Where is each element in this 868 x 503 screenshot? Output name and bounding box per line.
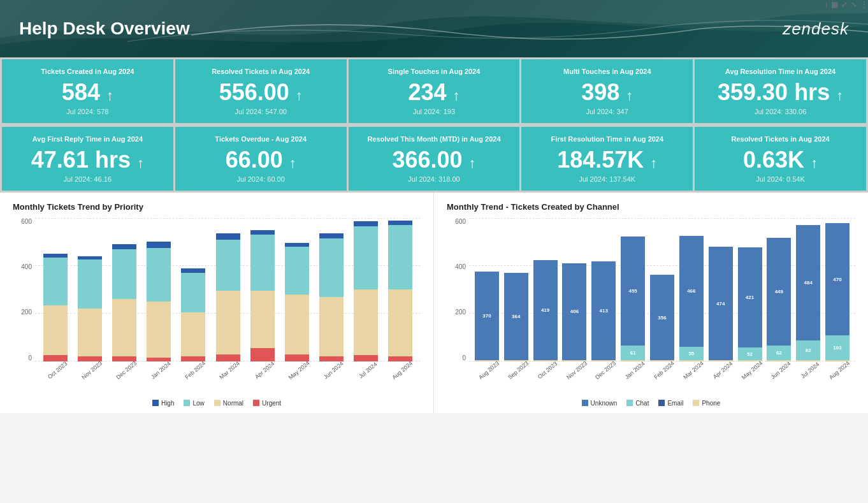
- bar-low[interactable]: [319, 238, 344, 297]
- bar-value-label: 466: [687, 288, 695, 294]
- kpi-prev: Jul 2024: 347: [531, 108, 683, 115]
- legend-item: Low: [184, 400, 204, 407]
- bar-normal[interactable]: [181, 312, 205, 356]
- legend-label: Low: [192, 400, 204, 407]
- legend-color: [184, 400, 190, 406]
- bar-low[interactable]: [147, 248, 171, 302]
- bar-unknown[interactable]: 406: [562, 263, 586, 360]
- bar-unknown[interactable]: 419: [533, 260, 558, 360]
- bar-low[interactable]: [43, 258, 68, 305]
- bar-low[interactable]: [112, 249, 136, 300]
- bar-unknown[interactable]: 449: [767, 238, 791, 345]
- bar-value-label: 364: [512, 314, 520, 319]
- bar-group: [73, 256, 107, 361]
- bar-chat[interactable]: 62: [767, 346, 791, 360]
- bar-high[interactable]: [250, 230, 275, 235]
- bar-normal[interactable]: [147, 302, 171, 358]
- legend-label: Urgent: [262, 400, 281, 407]
- bar-unknown[interactable]: 421: [738, 247, 762, 348]
- y-label: 200: [447, 309, 466, 316]
- legend-color: [693, 400, 699, 406]
- bar-high[interactable]: [112, 244, 136, 249]
- bar-high[interactable]: [181, 268, 205, 273]
- bar-normal[interactable]: [285, 295, 309, 354]
- bar-stack: [43, 254, 68, 361]
- bar-unknown[interactable]: 370: [475, 272, 499, 360]
- bar-chat[interactable]: 61: [621, 346, 645, 360]
- bar-value-label: 406: [570, 309, 579, 314]
- legend-color: [626, 400, 633, 406]
- bar-unknown[interactable]: 470: [825, 223, 850, 335]
- bar-chat[interactable]: 82: [796, 340, 820, 360]
- legend-color: [582, 400, 588, 406]
- bar-urgent[interactable]: [250, 348, 275, 361]
- kpi-card: Resolved Tickets in Aug 2024 556.00 ↑ Ju…: [175, 59, 347, 123]
- bar-stack: 419: [533, 260, 558, 361]
- bar-normal[interactable]: [354, 289, 378, 355]
- bar-unknown[interactable]: 413: [591, 261, 616, 360]
- bar-chat[interactable]: 52: [738, 347, 762, 360]
- bar-stack: [285, 243, 309, 361]
- bar-value-label: 413: [600, 308, 608, 314]
- bar-stack: [250, 230, 275, 361]
- y-label: 600: [447, 218, 466, 225]
- bar-low[interactable]: [388, 225, 412, 289]
- bar-stack: [78, 256, 102, 361]
- zendesk-logo: zendesk: [783, 19, 849, 39]
- bar-normal[interactable]: [388, 289, 412, 356]
- bar-normal[interactable]: [319, 297, 344, 357]
- bar-high[interactable]: [147, 242, 171, 247]
- bar-low[interactable]: [78, 259, 102, 309]
- bar-group: 406: [560, 263, 590, 361]
- kpi-prev: Jul 2024: 330.06: [704, 108, 857, 115]
- bar-normal[interactable]: [250, 291, 275, 348]
- bar-normal[interactable]: [216, 291, 240, 354]
- kpi-value: 184.57K ↑: [531, 147, 683, 173]
- bar-low[interactable]: [354, 226, 378, 289]
- bar-normal[interactable]: [78, 309, 102, 356]
- kpi-card: Multi Touches in Aug 2024 398 ↑ Jul 2024…: [521, 59, 693, 123]
- bar-unknown[interactable]: 356: [650, 275, 674, 360]
- x-label: Aug 2023: [475, 358, 502, 382]
- charts-section: Monthly Tickets Trend by Priority 600400…: [0, 193, 868, 413]
- bar-high[interactable]: [388, 221, 412, 226]
- bar-value-label: 470: [833, 277, 841, 282]
- x-label: Feb 2024: [651, 358, 677, 382]
- legend-item: Phone: [693, 400, 720, 407]
- bar-normal[interactable]: [43, 305, 68, 356]
- bar-normal[interactable]: [112, 299, 136, 356]
- kpi-value: 66.00 ↑: [185, 147, 337, 173]
- bar-low[interactable]: [216, 240, 240, 291]
- bar-value-label: 55: [688, 351, 694, 356]
- bar-group: 62449: [764, 238, 793, 361]
- bar-unknown[interactable]: 455: [621, 237, 645, 346]
- bar-chat[interactable]: 55: [679, 347, 704, 360]
- x-label: Dec 2023: [593, 358, 619, 382]
- bar-low[interactable]: [285, 247, 309, 295]
- x-label: Oct 2023: [534, 358, 561, 382]
- chart2-title: Monthly Trend - Tickets Created by Chann…: [447, 202, 619, 212]
- kpi-prev: Jul 2024: 60.00: [185, 175, 337, 183]
- bar-low[interactable]: [181, 273, 205, 312]
- bar-unknown[interactable]: 474: [709, 247, 733, 360]
- bar-group: 370: [472, 272, 502, 361]
- chart1-title: Monthly Tickets Trend by Priority: [13, 202, 421, 212]
- bar-high[interactable]: [354, 221, 378, 226]
- legend-item: Normal: [214, 400, 243, 407]
- bar-value-label: 419: [541, 307, 549, 313]
- bar-high[interactable]: [216, 233, 240, 239]
- bar-stack: 406: [562, 263, 586, 361]
- kpi-card: Tickets Created in Aug 2024 584 ↑ Jul 20…: [2, 59, 173, 123]
- bar-stack: [147, 242, 171, 361]
- kpi-value: 0.63K ↑: [704, 147, 857, 173]
- bar-unknown[interactable]: 484: [796, 225, 820, 341]
- bar-low[interactable]: [250, 235, 275, 291]
- kpi-value: 366.00 ↑: [358, 147, 510, 173]
- kpi-card: First Resolution Time in Aug 2024 184.57…: [521, 127, 693, 191]
- bar-high[interactable]: [319, 233, 344, 238]
- x-label: Apr 2024: [709, 358, 736, 382]
- kpi-prev: Jul 2024: 193: [358, 108, 510, 115]
- bar-chat[interactable]: 103: [825, 335, 850, 360]
- bar-unknown[interactable]: 466: [679, 236, 704, 347]
- bar-unknown[interactable]: 364: [504, 273, 528, 360]
